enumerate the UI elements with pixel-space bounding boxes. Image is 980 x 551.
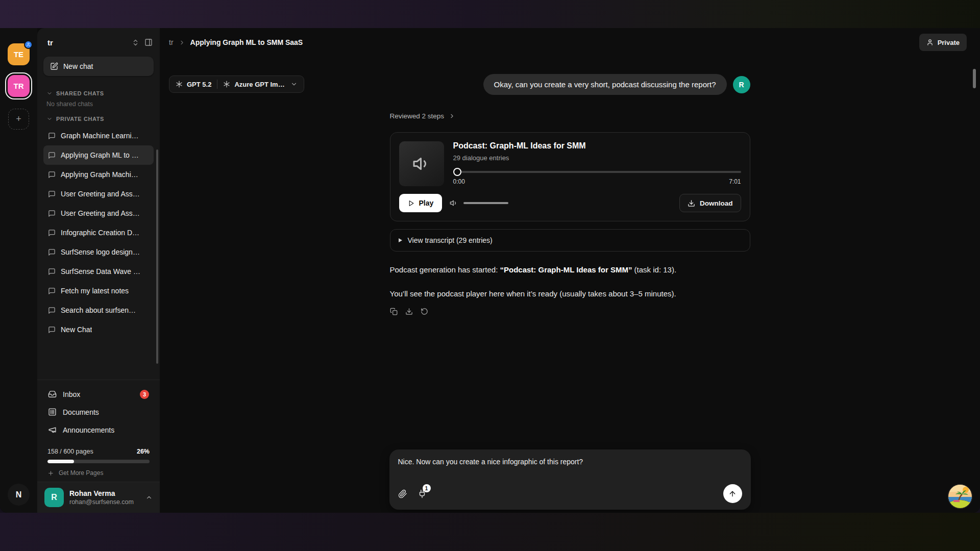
collapse-sidebar-icon[interactable]	[144, 38, 153, 46]
sidebar-chat-item[interactable]: New Chat	[43, 320, 154, 339]
chevron-right-icon	[179, 39, 185, 46]
shared-chats-section[interactable]: SHARED CHATS	[46, 90, 151, 96]
chat-bubble-icon	[48, 152, 56, 159]
tropical-island-badge[interactable]	[948, 485, 972, 508]
model-primary[interactable]: GPT 5.2	[176, 81, 211, 88]
chat-bubble-icon	[48, 210, 56, 217]
account-menu[interactable]: R Rohan Verma rohan@surfsense.com	[37, 482, 160, 513]
chat-bubble-icon	[48, 268, 56, 276]
total-time: 7:01	[729, 178, 741, 185]
inbox-icon	[48, 390, 57, 398]
shared-workspace-badge	[24, 40, 33, 49]
seek-thumb[interactable]	[453, 168, 461, 176]
inbox-badge: 3	[140, 390, 149, 399]
breadcrumb-workspace[interactable]: tr	[169, 38, 174, 46]
sidebar-chat-list: SHARED CHATS No shared chats PRIVATE CHA…	[37, 81, 160, 380]
sidebar-chat-item[interactable]: Applying Graph ML to …	[43, 145, 154, 165]
sidebar-nav: Inbox 3 Documents Announcements	[37, 380, 160, 441]
chevron-down-icon	[46, 116, 53, 122]
sidebar-chat-item[interactable]: Infographic Creation D…	[43, 223, 154, 242]
new-chat-button[interactable]: New chat	[43, 57, 154, 76]
seek-track[interactable]	[453, 171, 741, 173]
user-email: rohan@surfsense.com	[69, 498, 134, 506]
private-chat-list: Graph Machine Learni…Applying Graph ML t…	[43, 126, 154, 339]
chat-bubble-icon	[48, 307, 56, 314]
sidebar-chat-item[interactable]: SurfSense Data Wave …	[43, 262, 154, 281]
connectors-button[interactable]: 1	[418, 489, 427, 498]
main-panel: tr Applying Graph ML to SMM SaaS Private…	[160, 28, 980, 513]
podcast-player-card: Podcast: Graph-ML Ideas for SMM 29 dialo…	[390, 132, 750, 221]
elapsed-time: 0:00	[453, 178, 465, 185]
divider	[217, 80, 217, 89]
podcast-subtitle: 29 dialogue entries	[453, 154, 741, 162]
volume-slider[interactable]	[463, 202, 508, 204]
composer[interactable]: Nice. Now can you create a nice infograp…	[389, 449, 751, 510]
reviewed-steps-toggle[interactable]: Reviewed 2 steps	[390, 112, 750, 120]
seek-slider[interactable]	[453, 167, 741, 177]
get-more-pages-button[interactable]: Get More Pages	[47, 469, 150, 477]
volume-control[interactable]	[450, 199, 508, 207]
download-button[interactable]: Download	[679, 194, 741, 212]
workspace-avatar-label: TR	[14, 82, 24, 90]
model-secondary[interactable]: Azure GPT Im…	[223, 81, 284, 88]
copy-icon[interactable]	[390, 308, 398, 315]
chevron-up-icon	[145, 494, 153, 501]
add-workspace-button[interactable]: +	[8, 109, 29, 130]
workspace-avatar-te[interactable]: TE	[8, 43, 30, 65]
workspace-avatar-tr-selected[interactable]: TR	[8, 75, 30, 97]
volume-icon	[450, 199, 458, 207]
play-button[interactable]: Play	[399, 194, 443, 212]
pencil-square-icon	[50, 62, 58, 70]
sidebar-item-inbox[interactable]: Inbox 3	[43, 385, 154, 403]
chat-bubble-icon	[48, 190, 56, 198]
workspace-switcher-icon[interactable]	[132, 39, 139, 46]
workspace-name[interactable]: tr	[47, 38, 127, 47]
main-header: tr Applying Graph ML to SMM SaaS Private	[160, 28, 980, 57]
private-chats-section[interactable]: PRIVATE CHATS	[46, 116, 151, 122]
sidebar-chat-item[interactable]: Applying Graph Machi…	[43, 165, 154, 184]
transcript-toggle[interactable]: View transcript (29 entries)	[390, 229, 750, 252]
chat-bubble-icon	[48, 326, 56, 334]
triangle-right-icon	[399, 238, 402, 242]
conversation-column: Okay, can you create a very short, podca…	[390, 57, 750, 315]
breadcrumb-title: Applying Graph ML to SMM SaaS	[190, 38, 303, 46]
pages-progress-bar	[47, 460, 150, 463]
user-message-avatar: R	[733, 76, 750, 93]
sidebar-item-documents[interactable]: Documents	[43, 403, 154, 421]
shared-chats-empty: No shared chats	[46, 101, 151, 108]
main-scrollbar[interactable]	[973, 69, 976, 88]
sidebar-chat-item[interactable]: SurfSense logo design…	[43, 242, 154, 262]
regenerate-icon[interactable]	[421, 308, 428, 315]
attach-file-button[interactable]	[398, 489, 407, 498]
chevron-down-icon[interactable]	[290, 81, 298, 88]
download-icon[interactable]	[405, 308, 413, 315]
sidebar-chat-item[interactable]: User Greeting and Ass…	[43, 184, 154, 204]
sidebar-chat-item[interactable]: Fetch my latest notes	[43, 281, 154, 300]
visibility-button[interactable]: Private	[919, 34, 967, 51]
model-selector[interactable]: GPT 5.2 Azure GPT Im…	[169, 76, 304, 93]
sidebar-chat-item[interactable]: User Greeting and Ass…	[43, 204, 154, 223]
download-icon	[688, 199, 695, 207]
message-actions	[390, 308, 750, 315]
speaker-icon	[412, 155, 431, 173]
openai-icon	[223, 81, 230, 88]
megaphone-icon	[48, 425, 57, 434]
desktop-top-band	[0, 0, 980, 28]
documents-icon	[48, 408, 57, 416]
usage-panel: 158 / 600 pages 26% Get More Pages	[37, 441, 160, 482]
paperclip-icon	[398, 489, 407, 498]
openai-icon	[176, 81, 183, 88]
status-message-2: You’ll see the podcast player here when …	[390, 288, 750, 299]
pages-used-label: 158 / 600 pages	[47, 448, 93, 455]
pages-progress-fill	[47, 460, 74, 463]
people-icon	[26, 42, 31, 47]
sidebar-item-announcements[interactable]: Announcements	[43, 421, 154, 439]
send-button[interactable]	[723, 484, 742, 503]
composer-input[interactable]: Nice. Now can you create a nice infograp…	[398, 458, 742, 466]
chat-bubble-icon	[48, 248, 56, 256]
sidebar-chat-item[interactable]: Graph Machine Learni…	[43, 126, 154, 145]
sidebar-scrollbar[interactable]	[156, 149, 158, 364]
sidebar-chat-item[interactable]: Search about surfsen…	[43, 300, 154, 320]
user-message-bubble: Okay, can you create a very short, podca…	[483, 74, 727, 95]
app-logo[interactable]: N	[8, 484, 30, 506]
